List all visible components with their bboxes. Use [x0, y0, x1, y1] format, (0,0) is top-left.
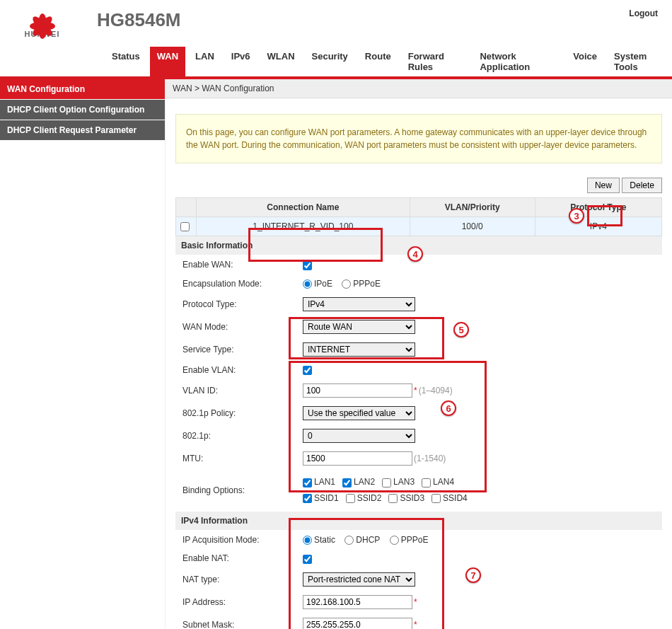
binding-label: Binding Options:: [177, 471, 296, 510]
mtu-input[interactable]: [303, 451, 412, 466]
sidebar-item-wan-configuration[interactable]: WAN Configuration: [0, 79, 165, 100]
nat-type-label: NAT type:: [177, 569, 296, 590]
content-area: WAN > WAN Configuration On this page, yo…: [166, 79, 672, 629]
col-connection-name: Connection Name: [197, 198, 410, 217]
menu-wlan[interactable]: WLAN: [260, 47, 302, 76]
ipacq-pppoe-radio[interactable]: [390, 536, 399, 545]
new-button[interactable]: New: [587, 178, 620, 193]
ipacq-dhcp-text: DHCP: [356, 535, 380, 545]
binding-ssid4-checkbox[interactable]: [431, 494, 441, 503]
binding-lan3-text: LAN3: [393, 477, 415, 487]
cell-proto: IPv4: [535, 217, 661, 236]
binding-ssid1-checkbox[interactable]: [303, 494, 312, 503]
binding-lan3-checkbox[interactable]: [382, 478, 391, 487]
service-type-label: Service Type:: [177, 339, 296, 360]
binding-ssid3-text: SSID3: [400, 493, 424, 503]
nat-type-select[interactable]: Port-restricted cone NAT: [303, 572, 415, 587]
info-panel: On this page, you can configure WAN port…: [175, 114, 662, 163]
8021p-policy-label: 802.1p Policy:: [177, 403, 296, 424]
section-basic-info: Basic Information: [175, 236, 662, 255]
main-menu: StatusWANLANIPv6WLANSecurityRouteForward…: [0, 47, 672, 79]
binding-ssid1-text: SSID1: [314, 493, 339, 503]
encap-pppoe-text: PPPoE: [353, 279, 381, 289]
encap-pppoe-radio[interactable]: [342, 279, 351, 289]
menu-lan[interactable]: LAN: [188, 47, 221, 76]
menu-network-application[interactable]: Network Application: [473, 47, 563, 76]
8021p-label: 802.1p:: [177, 425, 296, 446]
connection-table: Connection Name VLAN/Priority Protocol T…: [175, 197, 662, 236]
binding-lan2-text: LAN2: [354, 477, 375, 487]
enable-nat-checkbox[interactable]: [303, 555, 312, 564]
logout-link[interactable]: Logout: [629, 8, 658, 18]
menu-security[interactable]: Security: [305, 47, 355, 76]
binding-lan4-text: LAN4: [433, 477, 454, 487]
menu-ipv6[interactable]: IPv6: [224, 47, 257, 76]
ipv4-form: IP Acquisition Mode: Static DHCP PPPoE E…: [175, 530, 662, 629]
ipacq-dhcp-radio[interactable]: [344, 536, 354, 545]
8021p-select[interactable]: 0: [303, 429, 415, 443]
binding-lan1-checkbox[interactable]: [303, 478, 312, 487]
col-protocol-type: Protocol Type: [535, 198, 661, 217]
ipacq-pppoe-text: PPPoE: [401, 535, 429, 545]
menu-wan[interactable]: WAN: [150, 47, 185, 76]
subnet-input[interactable]: [303, 618, 412, 629]
model-label: HG8546M: [97, 9, 181, 31]
binding-lan4-checkbox[interactable]: [422, 478, 431, 487]
menu-system-tools[interactable]: System Tools: [607, 47, 672, 76]
ip-acq-label: IP Acquisition Mode:: [177, 531, 296, 548]
encap-mode-label: Encapsulation Mode:: [177, 275, 296, 292]
menu-voice[interactable]: Voice: [566, 47, 604, 76]
encap-ipoe-radio[interactable]: [303, 279, 312, 289]
subnet-label: Subnet Mask:: [177, 614, 296, 629]
ip-addr-label: IP Address:: [177, 592, 296, 613]
binding-ssid4-text: SSID4: [443, 493, 468, 503]
ipacq-static-text: Static: [314, 535, 335, 545]
sidebar-item-dhcp-client-option-configuration[interactable]: DHCP Client Option Configuration: [0, 100, 165, 120]
sidebar-item-dhcp-client-request-parameter[interactable]: DHCP Client Request Parameter: [0, 120, 165, 141]
ip-addr-input[interactable]: [303, 595, 412, 609]
toolbar: New Delete: [166, 173, 672, 197]
protocol-type-select[interactable]: IPv4: [303, 297, 415, 311]
menu-forward-rules[interactable]: Forward Rules: [401, 47, 470, 76]
col-vlan-priority: VLAN/Priority: [410, 198, 535, 217]
vlan-id-hint: (1–4094): [419, 386, 453, 396]
vlan-id-label: VLAN ID:: [177, 380, 296, 401]
wan-mode-select[interactable]: Route WAN: [303, 320, 415, 334]
wan-mode-label: WAN Mode:: [177, 316, 296, 337]
cell-connection-name: 1_INTERNET_R_VID_100: [197, 217, 410, 236]
breadcrumb: WAN > WAN Configuration: [166, 79, 672, 98]
section-ipv4-info: IPv4 Information: [175, 512, 662, 530]
binding-lan1-text: LAN1: [314, 477, 335, 487]
binding-ssid2-text: SSID2: [357, 493, 382, 503]
service-type-select[interactable]: INTERNET: [303, 342, 415, 357]
binding-ssid2-checkbox[interactable]: [346, 494, 355, 503]
menu-route[interactable]: Route: [358, 47, 398, 76]
ipacq-static-radio[interactable]: [303, 536, 312, 545]
row-checkbox[interactable]: [180, 222, 190, 231]
binding-lan2-checkbox[interactable]: [342, 478, 352, 487]
table-row[interactable]: 1_INTERNET_R_VID_100 100/0 IPv4: [176, 217, 662, 236]
enable-vlan-checkbox[interactable]: [303, 366, 312, 375]
cell-vlan: 100/0: [410, 217, 535, 236]
8021p-policy-select[interactable]: Use the specified value: [303, 406, 415, 420]
encap-ipoe-text: IPoE: [314, 279, 332, 289]
enable-nat-label: Enable NAT:: [177, 550, 296, 567]
sidebar: WAN ConfigurationDHCP Client Option Conf…: [0, 79, 166, 629]
basic-form: Enable WAN: Encapsulation Mode: IPoE PPP…: [175, 255, 662, 512]
delete-button[interactable]: Delete: [622, 178, 662, 193]
huawei-logo-icon: HUAWEI: [8, 6, 76, 41]
enable-wan-checkbox[interactable]: [303, 261, 312, 270]
enable-wan-label: Enable WAN:: [177, 256, 296, 273]
header: HUAWEI HG8546M Logout: [0, 0, 672, 41]
vlan-id-input[interactable]: [303, 383, 412, 398]
binding-ssid3-checkbox[interactable]: [388, 494, 398, 503]
enable-vlan-label: Enable VLAN:: [177, 362, 296, 379]
mtu-hint: (1-1540): [414, 454, 446, 463]
menu-status[interactable]: Status: [105, 47, 147, 76]
mtu-label: MTU:: [177, 448, 296, 469]
protocol-type-label: Protocol Type:: [177, 294, 296, 315]
